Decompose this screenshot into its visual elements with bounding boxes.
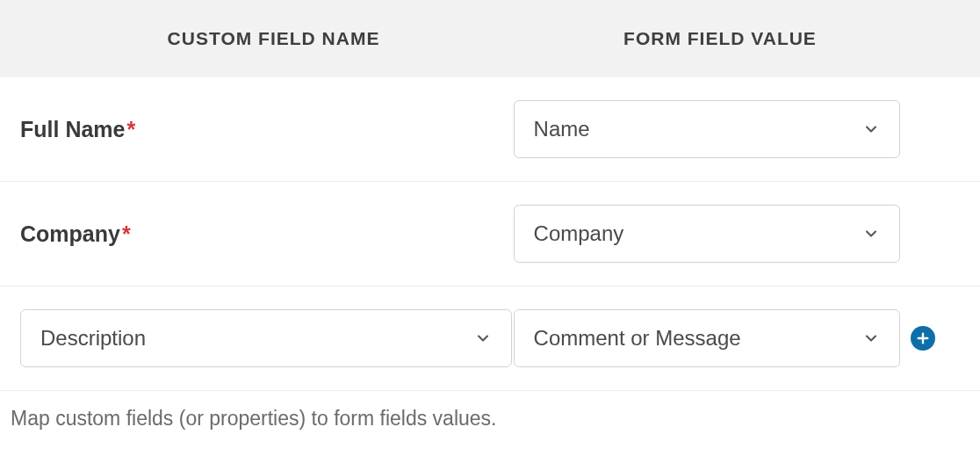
table-header: CUSTOM FIELD NAME FORM FIELD VALUE <box>0 0 980 77</box>
mapping-row: Full Name * Name <box>0 77 980 182</box>
chevron-down-icon <box>474 329 492 347</box>
chevron-down-icon <box>862 225 880 242</box>
required-asterisk: * <box>122 221 131 247</box>
chevron-down-icon <box>862 329 880 347</box>
select-value: Company <box>534 221 624 246</box>
required-asterisk: * <box>126 117 135 142</box>
mapping-row: Company * Company <box>0 182 980 286</box>
field-label-full-name: Full Name <box>20 117 125 142</box>
custom-field-select[interactable]: Description <box>20 309 512 367</box>
mapping-row-custom: Description Comment or Message <box>0 286 980 391</box>
select-value: Comment or Message <box>534 326 741 351</box>
field-mapping-panel: CUSTOM FIELD NAME FORM FIELD VALUE Full … <box>0 0 980 450</box>
header-form-field-value: FORM FIELD VALUE <box>527 28 913 49</box>
add-row-button[interactable] <box>911 326 935 351</box>
field-label-cell: Full Name * <box>20 117 514 142</box>
field-label-company: Company <box>20 221 120 247</box>
chevron-down-icon <box>862 120 880 138</box>
plus-icon <box>916 331 930 345</box>
field-label-cell: Company * <box>20 221 514 247</box>
form-field-select-custom[interactable]: Comment or Message <box>514 309 900 367</box>
select-value: Name <box>534 117 590 141</box>
form-field-select-company[interactable]: Company <box>514 205 900 263</box>
help-text: Map custom fields (or properties) to for… <box>0 391 980 450</box>
header-custom-field-name: CUSTOM FIELD NAME <box>0 28 527 49</box>
form-field-select-full-name[interactable]: Name <box>514 100 900 158</box>
select-value: Description <box>40 326 146 351</box>
